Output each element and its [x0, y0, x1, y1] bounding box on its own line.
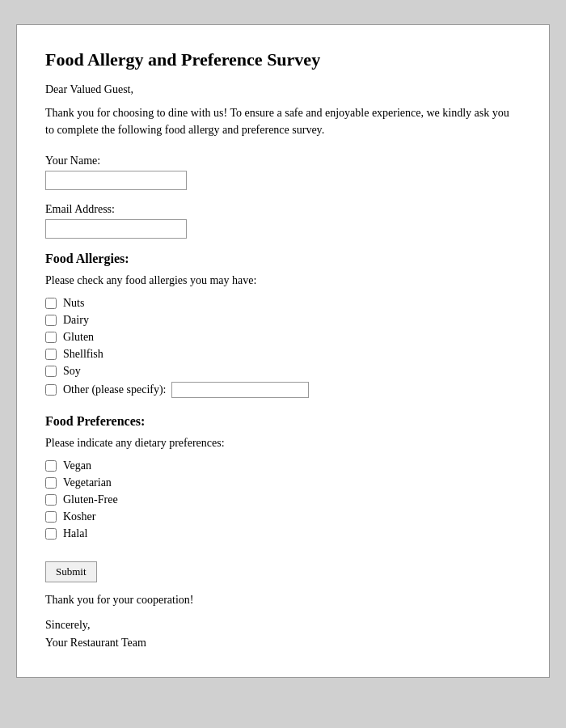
allergies-heading: Food Allergies:: [45, 252, 521, 266]
allergy-shellfish-item: Shellfish: [45, 348, 521, 361]
pref-gluten-free-label: Gluten-Free: [63, 493, 118, 506]
allergy-other-specify-input[interactable]: [171, 382, 309, 398]
allergy-dairy-label: Dairy: [63, 314, 89, 327]
allergy-other-label: Other (please specify):: [63, 383, 167, 396]
pref-vegetarian-checkbox[interactable]: [45, 477, 57, 489]
pref-halal-label: Halal: [63, 527, 87, 540]
pref-kosher-label: Kosher: [63, 510, 95, 523]
allergies-checkbox-group: Nuts Dairy Gluten Shellfish Soy Other (p…: [45, 297, 521, 398]
allergy-other-checkbox[interactable]: [45, 384, 57, 396]
page-title: Food Allergy and Preference Survey: [45, 49, 521, 70]
email-input[interactable]: [45, 219, 187, 239]
allergy-gluten-label: Gluten: [63, 331, 94, 344]
pref-gluten-free-item: Gluten-Free: [45, 493, 521, 506]
pref-halal-checkbox[interactable]: [45, 528, 57, 540]
closing-line2: Your Restaurant Team: [45, 637, 146, 649]
email-label: Email Address:: [45, 203, 521, 216]
allergy-soy-checkbox[interactable]: [45, 366, 57, 377]
allergies-desc: Please check any food allergies you may …: [45, 274, 521, 287]
submit-button[interactable]: Submit: [45, 561, 97, 582]
pref-kosher-item: Kosher: [45, 510, 521, 523]
preferences-checkbox-group: Vegan Vegetarian Gluten-Free Kosher Hala…: [45, 459, 521, 540]
allergy-dairy-item: Dairy: [45, 314, 521, 327]
intro-text: Thank you for choosing to dine with us! …: [45, 104, 521, 138]
closing-line1: Sincerely,: [45, 619, 90, 631]
allergy-nuts-label: Nuts: [63, 297, 84, 310]
closing-block: Sincerely, Your Restaurant Team: [45, 616, 521, 653]
pref-vegan-checkbox[interactable]: [45, 460, 57, 472]
thank-you-text: Thank you for your cooperation!: [45, 594, 521, 607]
allergy-shellfish-label: Shellfish: [63, 348, 103, 361]
pref-vegan-label: Vegan: [63, 459, 91, 472]
pref-kosher-checkbox[interactable]: [45, 511, 57, 523]
pref-gluten-free-checkbox[interactable]: [45, 494, 57, 506]
name-input[interactable]: [45, 171, 187, 190]
survey-form: Food Allergy and Preference Survey Dear …: [16, 24, 550, 678]
allergy-nuts-checkbox[interactable]: [45, 298, 57, 309]
name-label: Your Name:: [45, 154, 521, 167]
allergy-shellfish-checkbox[interactable]: [45, 349, 57, 360]
allergy-soy-item: Soy: [45, 365, 521, 378]
allergy-nuts-item: Nuts: [45, 297, 521, 310]
pref-vegetarian-item: Vegetarian: [45, 476, 521, 489]
preferences-desc: Please indicate any dietary preferences:: [45, 437, 521, 450]
pref-halal-item: Halal: [45, 527, 521, 540]
allergy-other-item: Other (please specify):: [45, 382, 521, 398]
pref-vegetarian-label: Vegetarian: [63, 476, 112, 489]
allergy-gluten-checkbox[interactable]: [45, 332, 57, 343]
allergy-soy-label: Soy: [63, 365, 81, 378]
allergy-dairy-checkbox[interactable]: [45, 315, 57, 326]
greeting-text: Dear Valued Guest,: [45, 83, 521, 96]
preferences-heading: Food Preferences:: [45, 414, 521, 429]
allergy-gluten-item: Gluten: [45, 331, 521, 344]
pref-vegan-item: Vegan: [45, 459, 521, 472]
